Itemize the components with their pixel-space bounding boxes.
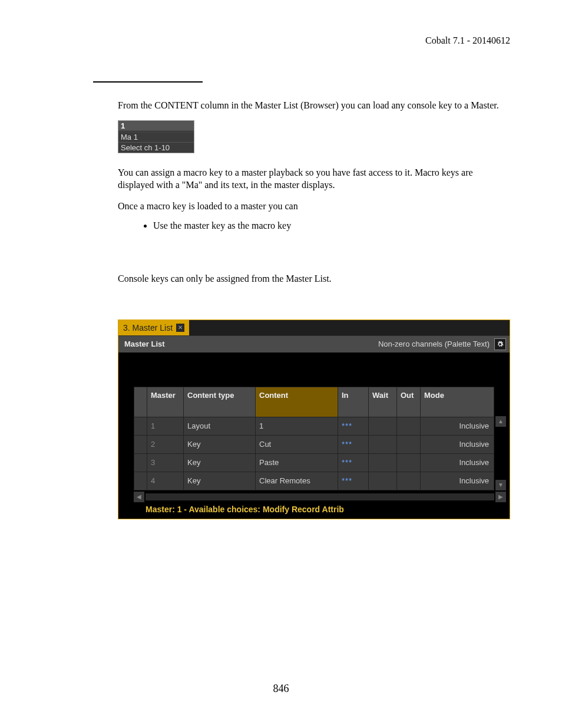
cell-out	[397, 435, 421, 453]
cell-in: ***	[338, 453, 369, 472]
cell-wait	[369, 453, 397, 472]
cell-content: Clear Remotes	[256, 472, 338, 490]
table-row[interactable]: 2KeyCut***Inclusive	[134, 435, 494, 453]
channel-mode-label: Non-zero channels (Palette Text)	[378, 340, 490, 348]
table-row[interactable]: 4KeyClear Remotes***Inclusive	[134, 472, 494, 490]
cell-content: 1	[256, 417, 338, 435]
cell-gutter	[134, 417, 147, 435]
cell-master: 4	[147, 472, 184, 490]
cell-gutter	[134, 472, 147, 490]
scroll-up-icon[interactable]: ▲	[495, 416, 506, 427]
cell-content: Paste	[256, 453, 338, 472]
cell-master: 2	[147, 435, 184, 453]
cell-gutter	[134, 453, 147, 472]
cell-content-type: Key	[184, 453, 256, 472]
paragraph-console-keys: Console keys can only be assigned from t…	[118, 272, 503, 285]
scroll-track[interactable]	[146, 493, 494, 500]
vertical-scrollbar[interactable]: ▲ ▼	[495, 416, 506, 490]
cell-wait	[369, 435, 397, 453]
col-mode[interactable]: Mode	[421, 387, 494, 417]
cell-out	[397, 472, 421, 490]
master-display-macro: Ma 1	[118, 131, 194, 142]
cell-mode: Inclusive	[421, 472, 494, 490]
cell-in: ***	[338, 435, 369, 453]
cell-out	[397, 417, 421, 435]
cell-wait	[369, 472, 397, 490]
cell-wait	[369, 417, 397, 435]
master-display-number: 1	[118, 121, 194, 131]
bullet-list: Use the master key as the macro key	[118, 220, 503, 231]
master-display-example: 1 Ma 1 Select ch 1-10	[118, 120, 194, 153]
scroll-down-icon[interactable]: ▼	[495, 480, 506, 490]
col-content-type[interactable]: Content type	[184, 387, 256, 417]
page-number: 846	[0, 683, 562, 695]
cell-master: 3	[147, 453, 184, 472]
paragraph-intro: From the CONTENT column in the Master Li…	[118, 99, 503, 112]
cell-master: 1	[147, 417, 184, 435]
cell-content-type: Key	[184, 435, 256, 453]
gear-icon[interactable]	[494, 338, 506, 350]
cell-in: ***	[338, 417, 369, 435]
col-wait[interactable]: Wait	[369, 387, 397, 417]
cell-in: ***	[338, 472, 369, 490]
doc-header: Cobalt 7.1 - 20140612	[47, 35, 510, 46]
close-icon[interactable]: ✕	[176, 324, 184, 332]
window-gap	[118, 353, 510, 387]
table-row[interactable]: 3KeyPaste***Inclusive	[134, 453, 494, 472]
cell-out	[397, 453, 421, 472]
bullet-item: Use the master key as the macro key	[153, 220, 503, 231]
paragraph-once: Once a macro key is loaded to a master y…	[118, 200, 503, 213]
cell-mode: Inclusive	[421, 453, 494, 472]
cell-content-type: Layout	[184, 417, 256, 435]
tab-bar: 3. Master List ✕	[118, 320, 510, 335]
scroll-right-icon[interactable]: ▶	[495, 492, 506, 502]
cell-gutter	[134, 435, 147, 453]
cell-content-type: Key	[184, 472, 256, 490]
tab-master-list[interactable]: 3. Master List ✕	[118, 320, 189, 335]
scroll-left-icon[interactable]: ◀	[134, 492, 144, 502]
status-bar: Master: 1 - Available choices: Modify Re…	[118, 502, 510, 519]
master-display-text: Select ch 1-10	[118, 142, 194, 153]
col-out[interactable]: Out	[397, 387, 421, 417]
section-rule	[93, 81, 203, 83]
col-content[interactable]: Content	[256, 387, 338, 417]
table-header-row: Master Content type Content In Wait Out …	[134, 387, 494, 417]
table-row[interactable]: 1Layout1***Inclusive	[134, 417, 494, 435]
master-list-window: 3. Master List ✕ Master List Non-zero ch…	[118, 319, 510, 519]
col-in[interactable]: In	[338, 387, 369, 417]
paragraph-macro: You can assign a macro key to a master p…	[118, 166, 503, 192]
horizontal-scrollbar[interactable]: ◀ ▶	[134, 492, 506, 502]
master-list-table: Master Content type Content In Wait Out …	[134, 387, 494, 490]
cell-mode: Inclusive	[421, 435, 494, 453]
cell-mode: Inclusive	[421, 417, 494, 435]
col-gutter	[134, 387, 147, 417]
tab-label: 3. Master List	[123, 323, 173, 332]
window-title: Master List	[124, 340, 165, 348]
cell-content: Cut	[256, 435, 338, 453]
window-header: Master List Non-zero channels (Palette T…	[118, 335, 510, 353]
col-master[interactable]: Master	[147, 387, 184, 417]
